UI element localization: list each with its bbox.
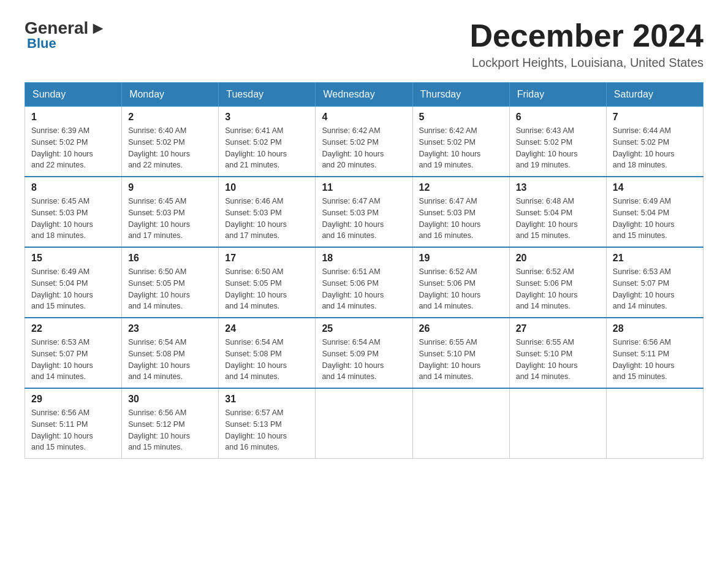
- calendar-day-cell: 4Sunrise: 6:42 AMSunset: 5:02 PMDaylight…: [316, 107, 412, 177]
- day-info: Sunrise: 6:57 AMSunset: 5:13 PMDaylight:…: [225, 407, 309, 453]
- title-section: December 2024 Lockport Heights, Louisian…: [469, 18, 703, 70]
- calendar-header-row: SundayMondayTuesdayWednesdayThursdayFrid…: [25, 83, 703, 107]
- calendar-day-cell: 2Sunrise: 6:40 AMSunset: 5:02 PMDaylight…: [122, 107, 219, 177]
- day-number: 16: [128, 253, 212, 264]
- calendar-day-cell: 25Sunrise: 6:54 AMSunset: 5:09 PMDayligh…: [316, 318, 412, 388]
- day-number: 27: [516, 323, 600, 334]
- day-number: 9: [128, 182, 212, 193]
- day-of-week-header: Tuesday: [219, 83, 316, 107]
- calendar-day-cell: [509, 388, 606, 459]
- day-of-week-header: Friday: [509, 83, 606, 107]
- calendar-week-row: 1Sunrise: 6:39 AMSunset: 5:02 PMDaylight…: [25, 107, 703, 177]
- day-info: Sunrise: 6:42 AMSunset: 5:02 PMDaylight:…: [419, 125, 503, 171]
- day-of-week-header: Thursday: [412, 83, 509, 107]
- calendar-day-cell: 6Sunrise: 6:43 AMSunset: 5:02 PMDaylight…: [509, 107, 606, 177]
- day-info: Sunrise: 6:52 AMSunset: 5:06 PMDaylight:…: [516, 266, 600, 312]
- day-number: 20: [516, 253, 600, 264]
- calendar-day-cell: 23Sunrise: 6:54 AMSunset: 5:08 PMDayligh…: [122, 318, 219, 388]
- day-number: 30: [128, 394, 212, 405]
- day-number: 12: [419, 182, 503, 193]
- calendar-day-cell: 5Sunrise: 6:42 AMSunset: 5:02 PMDaylight…: [412, 107, 509, 177]
- day-of-week-header: Wednesday: [316, 83, 412, 107]
- calendar-day-cell: 1Sunrise: 6:39 AMSunset: 5:02 PMDaylight…: [25, 107, 122, 177]
- day-number: 4: [322, 112, 406, 123]
- day-info: Sunrise: 6:56 AMSunset: 5:11 PMDaylight:…: [613, 337, 697, 383]
- day-number: 3: [225, 112, 309, 123]
- day-number: 17: [225, 253, 309, 264]
- day-number: 22: [31, 323, 115, 334]
- day-number: 28: [613, 323, 697, 334]
- day-of-week-header: Sunday: [25, 83, 122, 107]
- day-info: Sunrise: 6:44 AMSunset: 5:02 PMDaylight:…: [613, 125, 697, 171]
- day-info: Sunrise: 6:50 AMSunset: 5:05 PMDaylight:…: [225, 266, 309, 312]
- calendar-day-cell: 7Sunrise: 6:44 AMSunset: 5:02 PMDaylight…: [606, 107, 703, 177]
- calendar-day-cell: 12Sunrise: 6:47 AMSunset: 5:03 PMDayligh…: [412, 177, 509, 247]
- calendar-day-cell: 16Sunrise: 6:50 AMSunset: 5:05 PMDayligh…: [122, 247, 219, 318]
- calendar-day-cell: 15Sunrise: 6:49 AMSunset: 5:04 PMDayligh…: [25, 247, 122, 318]
- day-number: 26: [419, 323, 503, 334]
- day-info: Sunrise: 6:45 AMSunset: 5:03 PMDaylight:…: [128, 196, 212, 242]
- day-info: Sunrise: 6:50 AMSunset: 5:05 PMDaylight:…: [128, 266, 212, 312]
- day-info: Sunrise: 6:55 AMSunset: 5:10 PMDaylight:…: [419, 337, 503, 383]
- day-of-week-header: Saturday: [606, 83, 703, 107]
- day-number: 5: [419, 112, 503, 123]
- day-number: 24: [225, 323, 309, 334]
- day-number: 13: [516, 182, 600, 193]
- logo-blue-text: Blue: [25, 36, 56, 52]
- calendar-day-cell: 29Sunrise: 6:56 AMSunset: 5:11 PMDayligh…: [25, 388, 122, 459]
- calendar-day-cell: 20Sunrise: 6:52 AMSunset: 5:06 PMDayligh…: [509, 247, 606, 318]
- day-number: 11: [322, 182, 406, 193]
- day-info: Sunrise: 6:55 AMSunset: 5:10 PMDaylight:…: [516, 337, 600, 383]
- day-number: 6: [516, 112, 600, 123]
- page-header: General ► Blue December 2024 Lockport He…: [25, 18, 703, 70]
- day-number: 19: [419, 253, 503, 264]
- logo-arrow-icon: ►: [89, 18, 107, 38]
- day-number: 31: [225, 394, 309, 405]
- day-number: 15: [31, 253, 115, 264]
- calendar-day-cell: 26Sunrise: 6:55 AMSunset: 5:10 PMDayligh…: [412, 318, 509, 388]
- calendar-day-cell: 19Sunrise: 6:52 AMSunset: 5:06 PMDayligh…: [412, 247, 509, 318]
- day-info: Sunrise: 6:54 AMSunset: 5:09 PMDaylight:…: [322, 337, 406, 383]
- calendar-day-cell: [316, 388, 412, 459]
- day-info: Sunrise: 6:41 AMSunset: 5:02 PMDaylight:…: [225, 125, 309, 171]
- day-info: Sunrise: 6:53 AMSunset: 5:07 PMDaylight:…: [31, 337, 115, 383]
- calendar-day-cell: 28Sunrise: 6:56 AMSunset: 5:11 PMDayligh…: [606, 318, 703, 388]
- calendar-day-cell: 10Sunrise: 6:46 AMSunset: 5:03 PMDayligh…: [219, 177, 316, 247]
- day-number: 14: [613, 182, 697, 193]
- calendar-day-cell: 9Sunrise: 6:45 AMSunset: 5:03 PMDaylight…: [122, 177, 219, 247]
- day-info: Sunrise: 6:39 AMSunset: 5:02 PMDaylight:…: [31, 125, 115, 171]
- calendar-week-row: 15Sunrise: 6:49 AMSunset: 5:04 PMDayligh…: [25, 247, 703, 318]
- day-info: Sunrise: 6:47 AMSunset: 5:03 PMDaylight:…: [322, 196, 406, 242]
- calendar-day-cell: 3Sunrise: 6:41 AMSunset: 5:02 PMDaylight…: [219, 107, 316, 177]
- calendar-day-cell: [606, 388, 703, 459]
- calendar-week-row: 29Sunrise: 6:56 AMSunset: 5:11 PMDayligh…: [25, 388, 703, 459]
- day-number: 18: [322, 253, 406, 264]
- day-number: 7: [613, 112, 697, 123]
- calendar-day-cell: 30Sunrise: 6:56 AMSunset: 5:12 PMDayligh…: [122, 388, 219, 459]
- day-info: Sunrise: 6:47 AMSunset: 5:03 PMDaylight:…: [419, 196, 503, 242]
- calendar-day-cell: [412, 388, 509, 459]
- day-number: 29: [31, 394, 115, 405]
- month-title: December 2024: [469, 18, 703, 53]
- day-number: 10: [225, 182, 309, 193]
- day-number: 21: [613, 253, 697, 264]
- calendar-day-cell: 14Sunrise: 6:49 AMSunset: 5:04 PMDayligh…: [606, 177, 703, 247]
- day-info: Sunrise: 6:49 AMSunset: 5:04 PMDaylight:…: [613, 196, 697, 242]
- day-number: 23: [128, 323, 212, 334]
- day-info: Sunrise: 6:40 AMSunset: 5:02 PMDaylight:…: [128, 125, 212, 171]
- day-info: Sunrise: 6:53 AMSunset: 5:07 PMDaylight:…: [613, 266, 697, 312]
- calendar-day-cell: 27Sunrise: 6:55 AMSunset: 5:10 PMDayligh…: [509, 318, 606, 388]
- day-number: 2: [128, 112, 212, 123]
- calendar-week-row: 22Sunrise: 6:53 AMSunset: 5:07 PMDayligh…: [25, 318, 703, 388]
- day-info: Sunrise: 6:46 AMSunset: 5:03 PMDaylight:…: [225, 196, 309, 242]
- calendar-day-cell: 13Sunrise: 6:48 AMSunset: 5:04 PMDayligh…: [509, 177, 606, 247]
- calendar-day-cell: 21Sunrise: 6:53 AMSunset: 5:07 PMDayligh…: [606, 247, 703, 318]
- day-info: Sunrise: 6:48 AMSunset: 5:04 PMDaylight:…: [516, 196, 600, 242]
- day-number: 8: [31, 182, 115, 193]
- calendar-table: SundayMondayTuesdayWednesdayThursdayFrid…: [25, 82, 703, 459]
- day-number: 1: [31, 112, 115, 123]
- day-info: Sunrise: 6:56 AMSunset: 5:11 PMDaylight:…: [31, 407, 115, 453]
- calendar-day-cell: 18Sunrise: 6:51 AMSunset: 5:06 PMDayligh…: [316, 247, 412, 318]
- calendar-day-cell: 31Sunrise: 6:57 AMSunset: 5:13 PMDayligh…: [219, 388, 316, 459]
- day-of-week-header: Monday: [122, 83, 219, 107]
